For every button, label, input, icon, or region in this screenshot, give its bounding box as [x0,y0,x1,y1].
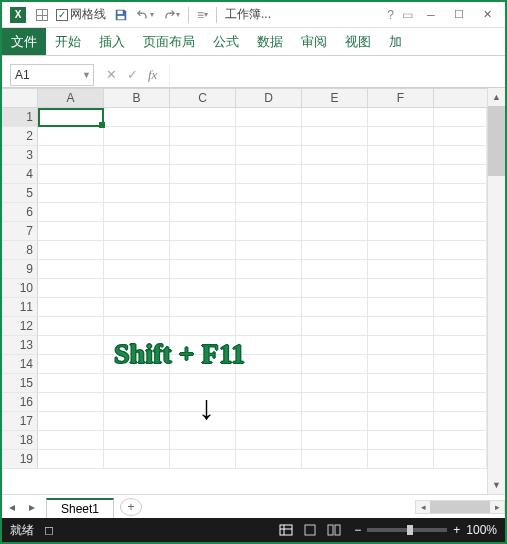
undo-button[interactable]: ▾ [132,8,158,22]
row-header[interactable]: 19 [2,450,38,469]
cell[interactable] [104,108,170,127]
scroll-right-button[interactable]: ▸ [490,502,504,512]
cell[interactable] [38,298,104,317]
cell[interactable] [170,127,236,146]
cell[interactable] [236,127,302,146]
cell[interactable] [38,260,104,279]
cell[interactable] [104,184,170,203]
view-normal-button[interactable] [275,522,297,538]
cell[interactable] [434,203,487,222]
row-header[interactable]: 9 [2,260,38,279]
row-header[interactable]: 1 [2,108,38,127]
horizontal-scrollbar[interactable]: ◂ ▸ [415,500,505,514]
cell[interactable] [368,127,434,146]
cell[interactable] [302,146,368,165]
cell[interactable] [434,260,487,279]
row-header[interactable]: 11 [2,298,38,317]
insert-function-button[interactable]: fx [148,67,157,83]
row-header[interactable]: 8 [2,241,38,260]
cell[interactable] [302,298,368,317]
cell[interactable] [434,374,487,393]
tab-formulas[interactable]: 公式 [204,28,248,55]
scroll-thumb-h[interactable] [430,501,490,513]
cell[interactable] [434,127,487,146]
cell[interactable] [38,165,104,184]
cell[interactable] [368,241,434,260]
cell[interactable] [434,108,487,127]
cell[interactable] [38,146,104,165]
row-header[interactable]: 3 [2,146,38,165]
cell[interactable] [302,241,368,260]
ribbon-display-options[interactable]: ▭ [398,8,417,22]
cell[interactable] [104,393,170,412]
tab-insert[interactable]: 插入 [90,28,134,55]
cell[interactable] [302,450,368,469]
close-button[interactable]: ✕ [473,5,501,25]
cell[interactable] [368,279,434,298]
cell[interactable] [434,241,487,260]
cell[interactable] [368,184,434,203]
cell[interactable] [170,336,236,355]
col-header[interactable]: D [236,89,302,108]
cell[interactable] [434,412,487,431]
tab-page-layout[interactable]: 页面布局 [134,28,204,55]
tab-view[interactable]: 视图 [336,28,380,55]
cell[interactable] [434,146,487,165]
cell[interactable] [38,450,104,469]
cell[interactable] [302,108,368,127]
cell[interactable] [236,165,302,184]
cell[interactable] [236,279,302,298]
zoom-out-button[interactable]: − [354,523,361,537]
cell[interactable] [170,412,236,431]
cell[interactable] [38,355,104,374]
cell[interactable] [170,431,236,450]
sheet-nav-next[interactable]: ▸ [22,500,42,514]
cell[interactable] [38,393,104,412]
cell[interactable] [236,374,302,393]
cell[interactable] [236,203,302,222]
cell[interactable] [302,222,368,241]
cell[interactable] [104,165,170,184]
cell[interactable] [104,355,170,374]
minimize-button[interactable]: ─ [417,5,445,25]
cell[interactable] [170,317,236,336]
cell[interactable] [170,298,236,317]
scroll-thumb[interactable] [488,106,505,176]
cell[interactable] [302,165,368,184]
row-header[interactable]: 13 [2,336,38,355]
cell[interactable] [302,260,368,279]
cell[interactable] [236,450,302,469]
cell[interactable] [170,374,236,393]
cell[interactable] [104,241,170,260]
cell[interactable] [434,279,487,298]
grid-toggle-icon[interactable] [32,9,52,21]
cell[interactable] [236,336,302,355]
cell[interactable] [104,222,170,241]
cell[interactable] [38,127,104,146]
cell[interactable] [236,146,302,165]
cells-area[interactable]: // placeholder: rows generated below via… [38,108,487,494]
cell[interactable] [170,184,236,203]
cell[interactable] [302,412,368,431]
cell[interactable] [236,260,302,279]
cell[interactable] [104,127,170,146]
gridlines-toggle[interactable]: ✓ 网格线 [52,6,110,23]
row-header[interactable]: 4 [2,165,38,184]
select-all-corner[interactable] [2,88,38,108]
row-header[interactable]: 17 [2,412,38,431]
cell[interactable] [368,393,434,412]
cell[interactable] [38,279,104,298]
cell[interactable] [434,431,487,450]
tab-home[interactable]: 开始 [46,28,90,55]
name-box[interactable]: A1 ▼ [10,64,94,86]
save-button[interactable] [110,8,132,22]
col-header[interactable]: B [104,89,170,108]
sheet-nav-prev[interactable]: ◂ [2,500,22,514]
zoom-slider[interactable] [367,528,447,532]
cell[interactable] [302,355,368,374]
row-header[interactable]: 7 [2,222,38,241]
cell[interactable] [104,203,170,222]
cell[interactable] [104,412,170,431]
cell[interactable] [38,241,104,260]
cell[interactable] [236,431,302,450]
